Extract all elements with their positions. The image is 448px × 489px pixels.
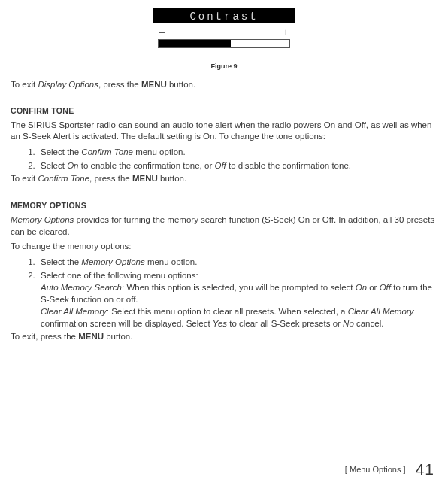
memory-exit: To exit, press the MENU button.	[11, 331, 437, 343]
lcd-plus: +	[283, 26, 289, 38]
page-footer: [ Menu Options ] 41	[345, 460, 434, 478]
exit-display-text: To exit Display Options, press the MENU …	[11, 79, 437, 91]
memory-intro: Memory Options provides for turning the …	[11, 214, 437, 238]
memory-lead: To change the memory options:	[11, 241, 437, 253]
figure-caption: Figure 9	[11, 62, 437, 70]
lcd-screen: Contrast – +	[153, 8, 295, 59]
lcd-title: Contrast	[153, 8, 295, 23]
memory-options-heading: MEMORY OPTIONS	[11, 201, 437, 210]
confirm-step-2: Select On to enable the confirmation ton…	[38, 159, 437, 172]
memory-step-2: Select one of the following menu options…	[38, 269, 437, 330]
confirm-tone-intro: The SIRIUS Sportster radio can sound an …	[11, 120, 437, 143]
confirm-tone-steps: Select the Confirm Tone menu option. Sel…	[11, 146, 437, 172]
memory-step-1: Select the Memory Options menu option.	[38, 256, 437, 268]
confirm-tone-heading: CONFIRM TONE	[11, 106, 437, 115]
contrast-slider-track	[158, 39, 290, 48]
page-number: 41	[416, 460, 434, 478]
lcd-body: – +	[153, 23, 295, 59]
footer-section: [ Menu Options ]	[345, 465, 406, 474]
lcd-minus: –	[159, 26, 165, 38]
memory-steps: Select the Memory Options menu option. S…	[11, 256, 437, 330]
confirm-exit: To exit Confirm Tone, press the MENU but…	[11, 173, 437, 185]
contrast-slider-fill	[159, 40, 231, 47]
confirm-step-1: Select the Confirm Tone menu option.	[38, 146, 437, 158]
